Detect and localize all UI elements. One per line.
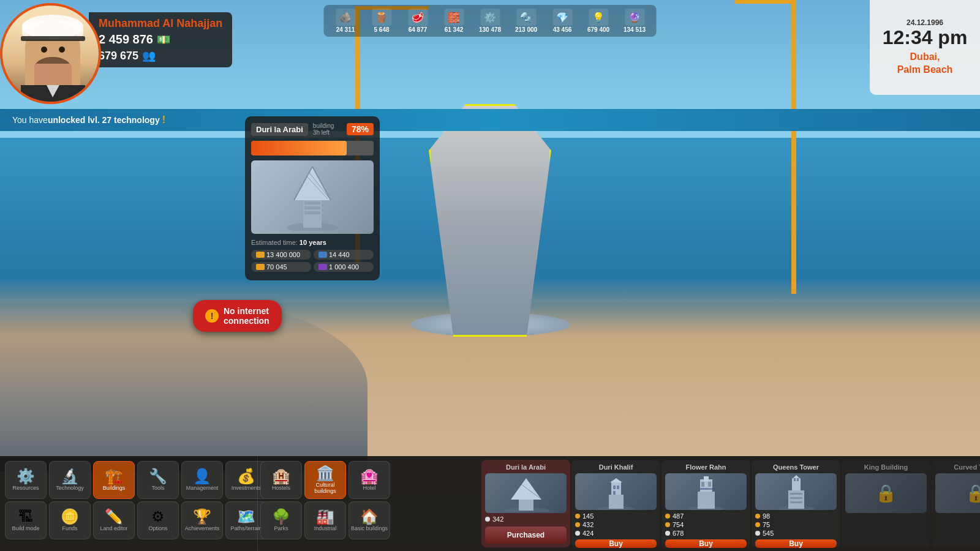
svg-rect-32 — [701, 482, 704, 487]
basic-label: Basic buildings — [351, 525, 388, 531]
shop-card-image-5: 🔒 — [845, 473, 927, 513]
category-row-bottom: 🌳 Parks 🏭 Industrial 🏠 Basic buildings — [260, 501, 475, 539]
category-hotel[interactable]: 🏩 Hotel — [349, 461, 390, 499]
res-dot-4b — [755, 522, 760, 527]
resource-pill-1: 13 400 000 — [251, 250, 311, 260]
svg-rect-19 — [519, 500, 533, 511]
svg-marker-24 — [610, 478, 622, 482]
category-basic[interactable]: 🏠 Basic buildings — [349, 501, 390, 539]
toolbar-btn-options[interactable]: ⚙ Options — [137, 501, 179, 539]
svg-rect-27 — [613, 491, 616, 495]
wood-value: 5 648 — [374, 26, 389, 33]
landeditor-icon: ✏️ — [105, 509, 123, 524]
resource-food: 🥩 64 877 — [401, 7, 435, 34]
notification-exclaim: ! — [162, 114, 165, 126]
shop-buy-btn-3[interactable]: Buy — [665, 539, 747, 548]
tools-icon: 🔧 — [149, 469, 167, 484]
crystal-icon: 🔮 — [625, 9, 644, 26]
res-dot-3c — [665, 531, 670, 536]
building-progress-fill — [251, 141, 347, 156]
res-dot-3b — [665, 522, 670, 527]
resources-bar: 🪨 24 311 🪵 5 648 🥩 64 877 🧱 61 342 ⚙️ 13… — [324, 5, 657, 37]
toolbar-btn-buildmode[interactable]: 🏗 Build mode — [5, 501, 47, 539]
clock-time: 12:34 pm — [883, 27, 968, 48]
building-panel-header: Duri la Arabi building 3h left 78% — [251, 122, 374, 136]
toolbar-btn-achievements[interactable]: 🏆 Achievements — [181, 501, 223, 539]
svg-rect-41 — [790, 493, 802, 495]
toolbar-btn-resources[interactable]: ⚙️ Resources — [5, 461, 47, 499]
industrial-label: Industrial — [314, 525, 337, 531]
resource-pill-4: 1 000 400 — [314, 262, 374, 272]
shop-resource-4-3: 545 — [755, 530, 837, 537]
buildings-icon: 🏗️ — [105, 469, 123, 484]
purchased-label: Purchased — [507, 531, 545, 539]
gear-icon: ⚙️ — [480, 9, 500, 26]
shop-buy-btn-2[interactable]: Buy — [575, 539, 657, 548]
svg-rect-25 — [613, 485, 616, 489]
notification-prefix: You have — [12, 115, 48, 125]
basic-icon: 🏠 — [360, 509, 379, 524]
toolbar-btn-tools[interactable]: 🔧 Tools — [137, 461, 179, 499]
warning-icon: ! — [205, 309, 219, 323]
industrial-icon: 🏭 — [316, 509, 334, 524]
toolbar-btn-landeditor[interactable]: ✏️ Land editor — [93, 501, 135, 539]
shop-card-curved-tower: Curved Tower 🔒 — [932, 460, 980, 547]
toolbar-btn-management[interactable]: 👤 Management — [181, 461, 223, 499]
svg-rect-16 — [304, 206, 320, 209]
resource-steel: 🔩 213 000 — [510, 7, 543, 34]
gear-value: 130 478 — [479, 26, 501, 33]
no-internet-text: No internet connection — [224, 306, 270, 326]
svg-rect-39 — [794, 478, 796, 481]
bottom-toolbar: ⚙️ Resources 🔬 Technology 🏗️ Buildings 🔧… — [0, 456, 980, 551]
toolbar-btn-funds[interactable]: 🪙 Funds — [49, 501, 91, 539]
paths-icon: 🗺️ — [237, 509, 255, 524]
clock-panel: 24.12.1996 12:34 pm Dubai, Palm Beach — [870, 0, 980, 95]
stone-value: 24 311 — [336, 26, 355, 33]
city-silhouette — [0, 300, 368, 471]
shop-resource-4-1: 98 — [755, 512, 837, 520]
toolbar-main: ⚙️ Resources 🔬 Technology 🏗️ Buildings 🔧… — [0, 456, 980, 551]
shop-card-title-5: King Building — [845, 463, 927, 471]
building-name: Duri la Arabi — [251, 123, 308, 136]
wood-icon: 🪵 — [372, 9, 391, 26]
res-dot-4c — [755, 531, 760, 536]
category-parks[interactable]: 🌳 Parks — [260, 501, 302, 539]
svg-rect-15 — [304, 201, 320, 204]
category-industrial[interactable]: 🏭 Industrial — [304, 501, 346, 539]
shop-card-image-4 — [755, 473, 837, 510]
category-cultural[interactable]: 🏛️ Cultural buildings — [304, 461, 346, 499]
hotel-label: Hotel — [363, 485, 375, 491]
toolbar-row-bottom: 🏗 Build mode 🪙 Funds ✏️ Land editor ⚙ Op… — [5, 501, 252, 539]
svg-rect-31 — [704, 476, 709, 481]
resource-energy: 💡 679 400 — [582, 7, 616, 34]
player-info-box: Muhammad Al Nahajjan 2 459 876 💵 679 675… — [89, 12, 232, 67]
category-hostels[interactable]: 🏨 Hostels — [260, 461, 302, 499]
buildings-label: Buildings — [103, 485, 126, 491]
shop-resource-3-2: 754 — [665, 521, 747, 528]
technology-label: Technology — [56, 485, 84, 491]
resource-wood: 🪵 5 648 — [365, 7, 399, 34]
parks-icon: 🌳 — [272, 509, 290, 524]
avatar-svg — [2, 6, 101, 104]
shop-buy-btn-4[interactable]: Buy — [755, 539, 837, 548]
resource-pill-2: 14 440 — [314, 250, 374, 260]
mid-toolbar: 🏨 Hostels 🏛️ Cultural buildings 🏩 Hotel … — [257, 456, 478, 551]
shop-card-title-4: Queens Tower — [755, 463, 837, 471]
res-icon-4 — [318, 264, 327, 270]
tools-label: Tools — [151, 485, 164, 491]
cultural-icon: 🏛️ — [316, 466, 334, 481]
toolbar-row-top: ⚙️ Resources 🔬 Technology 🏗️ Buildings 🔧… — [5, 461, 252, 499]
buildmode-icon: 🏗 — [18, 509, 33, 524]
energy-icon: 💡 — [589, 9, 608, 26]
svg-rect-26 — [617, 485, 619, 489]
card1-svg — [502, 475, 551, 512]
shop-card-title-3: Flower Rahn — [665, 463, 747, 471]
achievements-icon: 🏆 — [193, 509, 211, 524]
toolbar-btn-technology[interactable]: 🔬 Technology — [49, 461, 91, 499]
shop-buy-btn-1[interactable]: Purchased — [485, 527, 567, 544]
no-internet-warning: ! No internet connection — [193, 300, 282, 332]
notification-highlight: unlocked lvl. 27 technology — [48, 115, 160, 125]
toolbar-btn-buildings[interactable]: 🏗️ Buildings — [93, 461, 135, 499]
shop-card-resources-2: 145 432 424 — [575, 512, 657, 537]
steel-icon: 🔩 — [516, 9, 536, 26]
